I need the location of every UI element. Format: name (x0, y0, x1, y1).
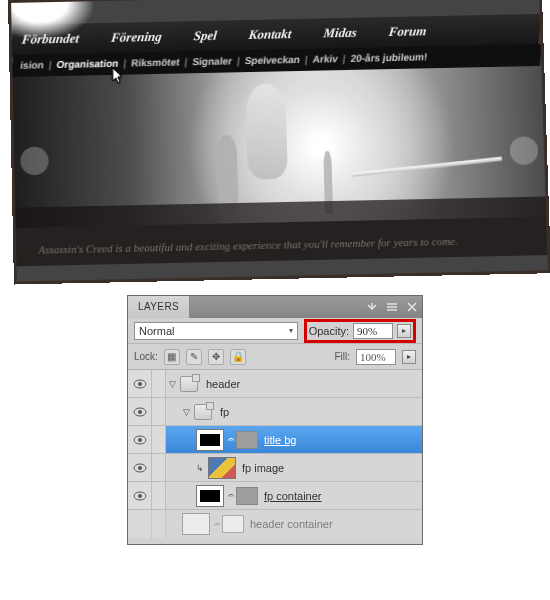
layer-name[interactable]: fp (216, 406, 229, 418)
layer-thumb[interactable] (208, 457, 236, 479)
layer-name[interactable]: title bg (260, 434, 296, 446)
subnav-item[interactable]: Riksmötet (130, 56, 180, 69)
lock-transparent-icon[interactable]: ▦ (164, 349, 180, 365)
nav-item[interactable]: Midas (323, 25, 358, 42)
layer-mask-thumb[interactable] (236, 431, 258, 449)
layer-name[interactable]: header container (246, 518, 333, 530)
subnav-item[interactable]: ision (20, 59, 45, 72)
disclosure-triangle-icon[interactable]: ▽ (166, 379, 178, 389)
layer-fp-container[interactable]: 𝄐 fp container (128, 482, 422, 510)
nav-item[interactable]: Förening (110, 29, 162, 46)
layer-name[interactable]: fp image (238, 462, 284, 474)
nav-separator: | (184, 56, 188, 68)
opacity-label: Opacity: (309, 325, 349, 337)
disclosure-triangle-icon[interactable]: ▽ (180, 407, 192, 417)
opacity-control-highlight: Opacity: 90% ▸ (304, 319, 416, 343)
lock-fill-row: Lock: ▦ ✎ ✥ 🔒 Fill: 100% ▸ (128, 344, 422, 370)
close-icon[interactable] (402, 296, 422, 318)
nav-item[interactable]: Spel (193, 28, 218, 45)
opacity-flyout-button[interactable]: ▸ (397, 324, 411, 338)
layer-group-header[interactable]: ▽ header (128, 370, 422, 398)
lock-paint-icon[interactable]: ✎ (186, 349, 202, 365)
clip-indicator-icon: ↳ (194, 463, 206, 473)
subnav-item-active[interactable]: Organisation (56, 58, 119, 71)
cursor-pointer-icon (112, 67, 126, 85)
subnav-item[interactable]: Spelveckan (244, 54, 300, 67)
layer-name[interactable]: fp container (260, 490, 321, 502)
panel-tabbar: LAYERS (128, 296, 422, 318)
tab-layers[interactable]: LAYERS (128, 296, 190, 318)
nav-separator: | (342, 53, 346, 65)
visibility-toggle[interactable] (128, 454, 152, 481)
lock-move-icon[interactable]: ✥ (208, 349, 224, 365)
fill-label: Fill: (334, 351, 350, 362)
nav-item[interactable]: Förbundet (21, 31, 80, 48)
subnav-item[interactable]: 20-års jubileum! (350, 51, 428, 65)
layer-title-bg[interactable]: 𝄐 title bg (128, 426, 422, 454)
layer-thumb[interactable] (196, 485, 224, 507)
layer-tree: ▽ header ▽ fp 𝄐 title bg (128, 370, 422, 538)
layers-panel: LAYERS Normal ▾ Opacity: 90% ▸ Lock: ▦ ✎… (127, 295, 423, 545)
nav-item[interactable]: Kontakt (248, 26, 292, 43)
layer-thumb[interactable] (182, 513, 210, 535)
layer-thumb[interactable] (196, 429, 224, 451)
subnav-item[interactable]: Arkiv (312, 53, 338, 66)
blend-mode-value: Normal (139, 325, 174, 337)
hero-overlay (15, 197, 547, 267)
lock-label: Lock: (134, 351, 158, 362)
folder-icon (180, 376, 198, 392)
fill-input[interactable]: 100% (356, 349, 396, 365)
link-icon[interactable]: 𝄐 (226, 489, 236, 502)
collapse-icon[interactable] (362, 296, 382, 318)
svg-point-12 (138, 494, 142, 498)
svg-point-8 (138, 438, 142, 442)
opacity-input[interactable]: 90% (353, 323, 393, 339)
folder-icon (194, 404, 212, 420)
svg-point-10 (138, 466, 142, 470)
nav-item[interactable]: Forum (388, 23, 427, 40)
layer-fp-image[interactable]: ↳ fp image (128, 454, 422, 482)
panel-menu-icon[interactable] (382, 296, 402, 318)
visibility-toggle[interactable] (128, 482, 152, 509)
layer-name[interactable]: header (202, 378, 240, 390)
chevron-down-icon: ▾ (289, 326, 293, 335)
nav-separator: | (236, 55, 240, 67)
visibility-toggle[interactable] (128, 426, 152, 453)
website-preview: Förbundet Förening Spel Kontakt Midas Fo… (8, 0, 550, 285)
layer-group-fp[interactable]: ▽ fp (128, 398, 422, 426)
nav-separator: | (304, 54, 308, 66)
fill-flyout-button[interactable]: ▸ (402, 350, 416, 364)
layer-header-container[interactable]: 𝄐 header container (128, 510, 422, 538)
link-icon[interactable]: 𝄐 (212, 518, 222, 531)
link-icon[interactable]: 𝄐 (226, 433, 236, 446)
svg-point-4 (138, 382, 142, 386)
nav-separator: | (48, 59, 52, 71)
svg-point-6 (138, 410, 142, 414)
visibility-toggle[interactable] (128, 370, 152, 397)
layer-mask-thumb[interactable] (222, 515, 244, 533)
visibility-toggle[interactable] (128, 398, 152, 425)
lock-all-icon[interactable]: 🔒 (230, 349, 246, 365)
visibility-toggle[interactable] (128, 510, 152, 538)
blend-opacity-row: Normal ▾ Opacity: 90% ▸ (128, 318, 422, 344)
subnav-item[interactable]: Signaler (192, 55, 233, 68)
blend-mode-select[interactable]: Normal ▾ (134, 322, 298, 340)
layer-mask-thumb[interactable] (236, 487, 258, 505)
